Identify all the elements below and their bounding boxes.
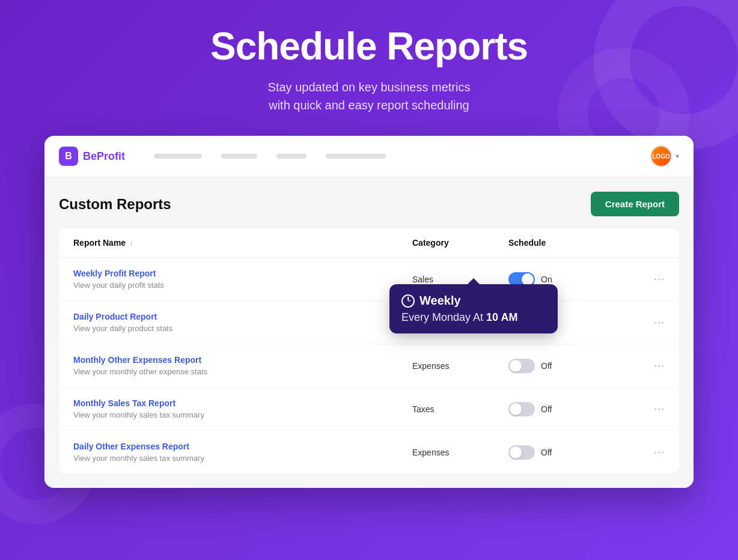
more-options-button[interactable]: ··· — [629, 316, 665, 329]
report-name: Daily Product Report — [73, 312, 412, 321]
toggle-label: Off — [541, 404, 552, 414]
category: Sales — [412, 275, 508, 284]
more-options-button[interactable]: ··· — [629, 359, 665, 372]
table-row: Weekly Profit Report View your daily pro… — [59, 258, 679, 301]
nav-item-1[interactable] — [154, 154, 202, 159]
table-header: Report Name ↓ Category Schedule — [59, 228, 679, 258]
report-desc: View your daily profit stats — [73, 281, 412, 290]
category: Taxes — [412, 404, 508, 414]
category: Expenses — [412, 448, 508, 457]
toggle-label: Off — [541, 448, 552, 457]
table-row: Monthly Other Expenses Report View your … — [59, 344, 679, 388]
more-options-button[interactable]: ··· — [629, 273, 665, 285]
clock-icon — [401, 294, 415, 308]
reports-header: Custom Reports Create Report — [59, 192, 679, 216]
report-info: Daily Other Expenses Report View your mo… — [73, 442, 412, 463]
schedule-cell: Off — [508, 402, 629, 416]
user-area[interactable]: LOGO ▾ — [650, 145, 679, 167]
report-name: Daily Other Expenses Report — [73, 442, 412, 451]
logo-icon: B — [59, 147, 78, 166]
report-desc: View your monthly sales tax summary — [73, 454, 412, 463]
report-name: Monthly Other Expenses Report — [73, 355, 412, 365]
report-name: Monthly Sales Tax Report — [73, 398, 412, 408]
tooltip-schedule: Every Monday At 10 AM — [401, 311, 546, 324]
report-desc: View your monthly other expense stats — [73, 367, 412, 376]
tooltip-title: Weekly — [401, 294, 546, 308]
schedule-toggle[interactable] — [508, 402, 535, 416]
col-schedule: Schedule — [508, 238, 629, 248]
col-report-name: Report Name ↓ — [73, 238, 412, 248]
report-info: Weekly Profit Report View your daily pro… — [73, 269, 412, 290]
logo-area: B BeProfit — [59, 147, 125, 166]
reports-table: Report Name ↓ Category Schedule Weekly P… — [59, 228, 679, 473]
page-title: Schedule Reports — [210, 24, 528, 68]
sort-icon: ↓ — [129, 239, 133, 247]
nav-item-3[interactable] — [276, 154, 306, 159]
schedule-cell: Off — [508, 445, 629, 460]
col-actions — [629, 238, 665, 248]
toggle-knob — [510, 446, 522, 458]
schedule-toggle[interactable] — [508, 445, 535, 460]
toggle-label: On — [541, 275, 552, 284]
schedule-cell: Off — [508, 359, 629, 373]
report-desc: View your daily product stats — [73, 324, 412, 333]
create-report-button[interactable]: Create Report — [591, 192, 679, 216]
toggle-knob — [510, 403, 522, 415]
more-options-button[interactable]: ··· — [629, 446, 665, 458]
report-info: Daily Product Report View your daily pro… — [73, 312, 412, 333]
schedule-toggle[interactable] — [508, 359, 535, 373]
table-row: Monthly Sales Tax Report View your month… — [59, 388, 679, 431]
report-desc: View your monthly sales tax summary — [73, 410, 412, 419]
nav-item-2[interactable] — [221, 154, 257, 159]
table-row: Daily Other Expenses Report View your mo… — [59, 431, 679, 473]
report-info: Monthly Sales Tax Report View your month… — [73, 398, 412, 419]
nav-item-4[interactable] — [326, 154, 386, 159]
toggle-knob — [522, 273, 534, 285]
toggle-label: Off — [541, 361, 552, 371]
reports-title: Custom Reports — [59, 196, 171, 213]
chevron-down-icon: ▾ — [675, 152, 679, 160]
col-category: Category — [412, 238, 508, 248]
avatar: LOGO — [650, 145, 672, 167]
tooltip-arrow — [468, 278, 480, 284]
logo-text: BeProfit — [83, 150, 125, 163]
nav-bar: B BeProfit LOGO ▾ — [44, 136, 694, 177]
app-card: B BeProfit LOGO ▾ Custom Reports Create … — [44, 136, 694, 488]
more-options-button[interactable]: ··· — [629, 403, 665, 415]
content-area: Custom Reports Create Report Report Name… — [44, 177, 694, 488]
report-info: Monthly Other Expenses Report View your … — [73, 355, 412, 376]
report-name: Weekly Profit Report — [73, 269, 412, 278]
category: Expenses — [412, 361, 508, 371]
schedule-tooltip: Weekly Every Monday At 10 AM — [389, 284, 558, 333]
hero-subtitle: Stay updated on key business metrics wit… — [268, 78, 471, 114]
table-row: Daily Product Report View your daily pro… — [59, 301, 679, 344]
toggle-knob — [510, 360, 522, 372]
